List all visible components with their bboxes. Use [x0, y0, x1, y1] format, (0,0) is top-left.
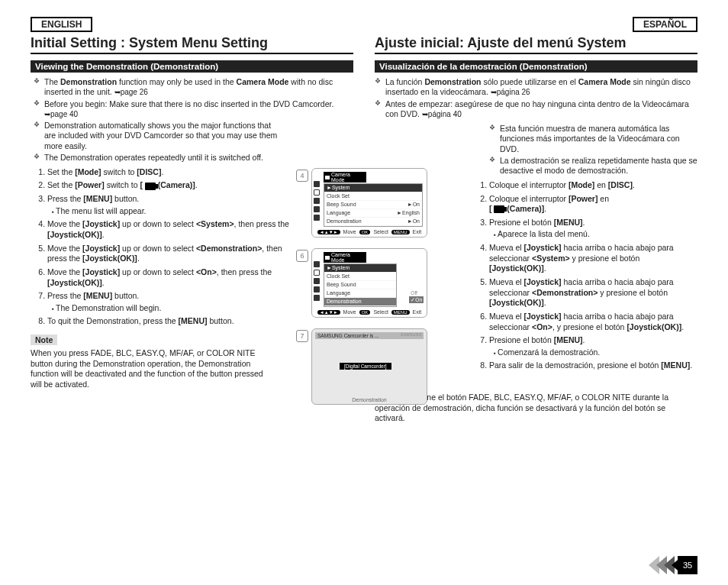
figure-number-7: 7 [296, 330, 308, 342]
steps-es: Coloque el interruptor [Mode] en [DISC].… [489, 180, 697, 371]
note-en: When you press FADE, BLC, EASY.Q, MF/AF,… [31, 348, 275, 390]
nav-icon: ◄▲▼► [317, 230, 340, 234]
section-en: Viewing the Demonstration (Demonstration… [31, 60, 353, 73]
figure-number-4: 4 [296, 170, 308, 182]
note-label-en: Note [31, 335, 57, 345]
center-figures: 4 Camera Mode ►System Clock Set Beep Sou… [311, 168, 438, 405]
section-es: Visualización de la demostración (Demons… [375, 60, 697, 73]
lang-english: ENGLISH [31, 17, 92, 32]
nav-icon: ◄▲▼► [317, 310, 340, 315]
osd-figure-4: Camera Mode ►System Clock Set Beep Sound… [311, 168, 427, 238]
page-number: 35 [649, 556, 697, 576]
samsung-logo: SAMSUNG [401, 332, 422, 337]
figure-number-6: 6 [296, 250, 308, 262]
lang-spanish: ESPAÑOL [633, 17, 697, 32]
steps-en: Set the [Mode] switch to [DISC]. Set the… [47, 167, 292, 327]
camera-icon [145, 183, 156, 190]
osd-figure-6: Camera Mode ►System Clock Set Beep Sound… [311, 248, 427, 318]
camera-icon [494, 205, 504, 213]
osd-figure-7: SAMSUNG Camcorder is ... SAMSUNG [Digita… [311, 328, 427, 405]
title-en: Initial Setting : System Menu Setting [31, 35, 353, 54]
title-es: Ajuste inicial: Ajuste del menú System [375, 35, 697, 54]
